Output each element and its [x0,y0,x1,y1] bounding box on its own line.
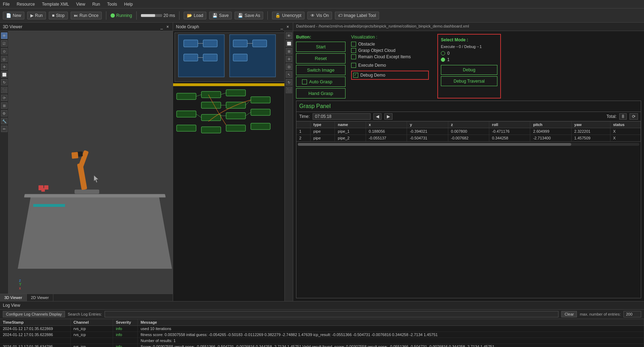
magnet-tool[interactable]: 🔧 [1,118,7,124]
run-button[interactable]: ▶ Run [27,12,46,19]
eye-tool[interactable]: 👁 [1,32,7,39]
svg-rect-11 [233,54,247,61]
log-msg-2: Number of results: 1 [138,338,644,343]
mode-0-radio[interactable] [441,51,445,55]
svg-marker-0 [94,175,98,183]
node-cursor-tool[interactable]: ↖ [286,71,292,78]
remain-cloud-checkbox[interactable] [351,54,356,59]
clear-log-button[interactable]: Clear [561,311,577,317]
stop-button[interactable]: ■ Stop [49,12,68,19]
pencil-tool[interactable]: ✏ [1,126,7,132]
dashboard-panel: Dashboard - /home/zmt/rvs-installed/proj… [293,23,644,301]
node-layout-tool[interactable]: ⊞ [286,48,292,54]
obstacle-checkbox[interactable] [351,42,356,47]
log-col-message: Message [138,319,644,325]
view-cube-tool[interactable]: ⬜ [1,71,7,78]
node-graph-close[interactable]: × [285,24,290,29]
debug-traversal-button[interactable]: Debug Traversal [441,76,497,86]
tab-2d-viewer[interactable]: 2D Viewer [27,294,54,301]
log-ts-3: 2024-01-12 17:01:35.634795 [0,344,71,347]
row2-type: pipe [311,135,335,142]
mode-radio-group: 0 1 [441,51,497,62]
reset-view-tool[interactable]: ⟳ [1,95,7,101]
new-icon: 📄 [6,13,11,18]
configure-log-channels-button[interactable]: Configure Log Channels Display [3,311,65,317]
image-label-tool-button[interactable]: 🏷 Image Label Tool [335,12,379,19]
obstacle-label: Obstacle [358,42,375,47]
main-layout: 3D Viewer _ × 👁 ☑ ⊙ ◎ ✛ ⬜ ↻ ⬛ ⟳ ⊞ ⚙ 🔧 ✏ [0,23,644,301]
switch-image-button[interactable]: Switch Image [296,65,345,75]
visualization-label: Visualization : [351,34,429,40]
col-num [296,121,311,128]
menu-run[interactable]: Run [91,2,101,7]
save-button[interactable]: 💾 Save [209,12,232,19]
row2-roll: 0.344258 [489,135,530,142]
node-block-tool[interactable]: ⬛ [286,87,292,93]
debug-demo-checkbox[interactable] [353,73,358,78]
total-refresh-btn[interactable]: ⟳ [630,113,638,120]
run-once-button[interactable]: ⏭ Run Once [71,12,102,19]
reset-button[interactable]: Reset [296,53,345,64]
node-eye-tool[interactable]: 👁 [286,32,292,39]
select-mode-label: Select Mode : [441,37,497,42]
node-grid-tool[interactable]: ⊟ [286,64,292,70]
debug-demo-item: Debug Demo [353,73,427,78]
time-input[interactable] [313,113,371,120]
start-button[interactable]: Start [296,42,345,52]
vis-on-button[interactable]: 👁 Vis On [307,12,332,19]
auto-grasp-button[interactable]: Auto Grasp [296,77,345,87]
scrollbar-thumb[interactable] [298,143,571,146]
menu-template-xml[interactable]: Template XML [41,2,71,7]
log-toolbar: Configure Log Channels Display Search Lo… [0,310,644,319]
node-expand-tool[interactable]: ✛ [286,56,292,62]
visualization-section: Visualization : Obstacle Grasp Object Cl… [351,34,429,98]
menu-file[interactable]: File [1,2,11,7]
svg-rect-14 [201,91,221,98]
search-log-input[interactable] [105,311,559,317]
unencrypt-button[interactable]: 🔓 Unencrypt [272,12,305,19]
node-graph-title: Node Graph [176,24,199,29]
load-button[interactable]: 📂 Load [184,12,206,19]
node-refresh-tool[interactable]: ↻ [286,79,292,85]
debug-button[interactable]: Debug [441,65,497,75]
hand-grasp-button[interactable]: Hand Grasp [296,88,345,98]
mode-0-label: 0 [447,51,450,56]
menu-help[interactable]: Help [123,2,134,7]
grasp-object-cloud-checkbox[interactable] [351,48,356,53]
mode-1-radio[interactable] [441,58,445,62]
node-graph-minimize[interactable]: _ [279,24,284,29]
col-name: name [335,121,366,128]
save-as-button[interactable]: 💾 Save As [235,12,263,19]
menu-tools[interactable]: Tools [106,2,118,7]
execute-demo-checkbox[interactable] [351,63,356,68]
select-tool[interactable]: ☑ [1,40,7,47]
viewer-3d-minimize[interactable]: _ [159,24,164,29]
time-prev-btn[interactable]: ◀ [373,113,382,120]
node-graph-preview [175,32,291,82]
node-graph-main[interactable] [173,86,293,301]
settings-tool[interactable]: ⚙ [1,110,7,116]
target2-tool[interactable]: ◎ [1,56,7,62]
new-button[interactable]: 📄 New [3,12,24,19]
target-tool[interactable]: ⊙ [1,48,7,54]
log-ts-2 [0,338,71,343]
max-entries-input[interactable] [624,311,641,317]
viewer-tabs: 3D Viewer 2D Viewer [0,294,173,301]
dashboard-top-row: Button: Start Reset Switch Image Auto Gr… [296,34,641,98]
mode-0-item[interactable]: 0 [441,51,497,56]
frame-tool[interactable]: ⬛ [1,87,7,93]
auto-grasp-checkbox[interactable] [302,79,307,84]
viewer-3d-close[interactable]: × [165,24,170,29]
rotate-tool[interactable]: ↻ [1,79,7,85]
execute-demo-label: Execute Demo [358,63,386,68]
zoom-tool[interactable]: ⊞ [1,102,7,109]
move-tool[interactable]: ✛ [1,64,7,70]
time-next-btn[interactable]: ▶ [384,113,392,120]
node-fit-tool[interactable]: ⬜ [286,40,292,47]
grasp-scrollbar[interactable] [296,142,641,146]
viewer-3d-panel: 3D Viewer _ × 👁 ☑ ⊙ ◎ ✛ ⬜ ↻ ⬛ ⟳ ⊞ ⚙ 🔧 ✏ [0,23,173,301]
tab-3d-viewer[interactable]: 3D Viewer [0,294,27,301]
mode-1-item[interactable]: 1 [441,57,497,62]
menu-view[interactable]: View [75,2,87,7]
menu-resource[interactable]: Resource [15,2,36,7]
